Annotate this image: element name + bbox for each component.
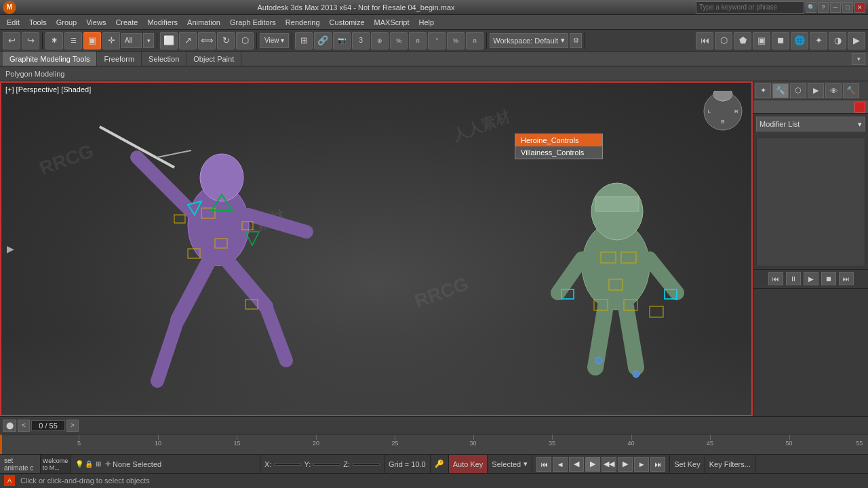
display-icon[interactable]: 👁 xyxy=(825,83,842,98)
pb-go-end[interactable]: ⏭ xyxy=(650,457,665,472)
activeshade-button[interactable]: ◑ xyxy=(829,32,846,49)
undo-button[interactable]: ↩ xyxy=(3,32,20,49)
mirror-button[interactable]: ⟺ xyxy=(198,32,216,49)
menu-create[interactable]: Create xyxy=(111,17,142,28)
menu-graph-editors[interactable]: Graph Editors xyxy=(226,17,280,28)
redo-button[interactable]: ↪ xyxy=(22,32,39,49)
rp-play-button[interactable]: ▶ xyxy=(804,272,818,285)
ribbon-minimize[interactable]: ▾ xyxy=(852,52,868,66)
tab-selection[interactable]: Selection xyxy=(142,52,186,66)
schematic-view-button[interactable]: ⬡ xyxy=(715,32,732,49)
y-coord-input[interactable] xyxy=(313,463,340,466)
menu-customize[interactable]: Customize xyxy=(326,17,369,28)
pb-play-backward[interactable]: ◀◀ xyxy=(601,457,616,472)
environment-button[interactable]: 🌐 xyxy=(791,32,808,49)
select-region-button[interactable]: ▣ xyxy=(83,32,101,49)
rotate-button[interactable]: ↻ xyxy=(217,32,235,49)
material-editor-button[interactable]: ⬟ xyxy=(734,32,751,49)
tl-next-frame-button[interactable]: > xyxy=(66,420,79,432)
workspace-dropdown[interactable]: Workspace: Default ▾ xyxy=(490,33,568,48)
close-button[interactable]: ✕ xyxy=(854,2,865,13)
pb-play-forward[interactable]: ▶ xyxy=(585,457,600,472)
spinner-button[interactable]: n xyxy=(466,32,484,49)
playhead[interactable] xyxy=(0,434,2,454)
transform-center-button[interactable]: ⊕ xyxy=(371,32,389,49)
modifier-list-dropdown[interactable]: Modifier List ▾ xyxy=(756,117,865,131)
menu-rendering[interactable]: Rendering xyxy=(281,17,324,28)
link-button[interactable]: 🔗 xyxy=(314,32,332,49)
menu-tools[interactable]: Tools xyxy=(25,17,51,28)
pb-prev-frame[interactable]: ◀ xyxy=(569,457,584,472)
render-setup-button[interactable]: ▣ xyxy=(753,32,770,49)
rp-pause-button[interactable]: ⏸ xyxy=(786,272,801,285)
tl-frame-display[interactable]: 0 / 55 xyxy=(31,420,65,431)
dropdown-item-villainess[interactable]: Villainess_Controls xyxy=(515,146,602,159)
tab-freeform[interactable]: Freeform xyxy=(97,52,142,66)
maximize-button[interactable]: □ xyxy=(842,2,853,13)
pb-prev-key[interactable]: ◄ xyxy=(553,457,568,472)
menu-animation[interactable]: Animation xyxy=(183,17,224,28)
ref-coord-button[interactable]: 3 xyxy=(352,32,370,49)
menu-edit[interactable]: Edit xyxy=(3,17,24,28)
select-object-button[interactable]: ✱ xyxy=(45,32,63,49)
help-button[interactable]: ? xyxy=(818,2,829,13)
modify-icon[interactable]: 🔧 xyxy=(772,83,789,98)
key-filters-section[interactable]: Key Filters... xyxy=(705,455,755,473)
ribbon-collapse-button[interactable]: ▾ xyxy=(852,53,865,65)
x-coord-input[interactable] xyxy=(274,463,301,466)
select-window-button[interactable]: ⬜ xyxy=(160,32,178,49)
camera-button[interactable]: 📷 xyxy=(333,32,351,49)
viewport-scroll-left[interactable]: ▶ xyxy=(7,243,14,254)
track-view-button[interactable]: ⏮ xyxy=(696,32,713,49)
main-toolbar: ↩ ↪ ✱ ☰ ▣ ✛ All ▾ ⬜ ↗ ⟺ ↻ ⬡ View ▾ ⊞ 🔗 📷… xyxy=(0,30,868,52)
tl-prev-frame-button[interactable]: < xyxy=(18,420,30,432)
titlebar-right-icons[interactable]: 🔍 ? ─ □ ✕ xyxy=(696,1,865,14)
filter-dropdown-arrow[interactable]: ▾ xyxy=(143,33,154,48)
render-button[interactable]: ⏹ xyxy=(772,32,789,49)
workspace-settings[interactable]: ⚙ xyxy=(570,33,582,48)
minimize-button[interactable]: ─ xyxy=(830,2,841,13)
menu-help[interactable]: Help xyxy=(415,17,439,28)
search-button[interactable]: 🔍 xyxy=(806,2,816,13)
snap-toggle-button[interactable]: % xyxy=(390,32,408,49)
dropdown-item-heroine[interactable]: Heroine_Controls xyxy=(515,134,602,146)
menu-modifiers[interactable]: Modifiers xyxy=(143,17,182,28)
rp-prev-button[interactable]: ⏮ xyxy=(768,272,783,285)
tab-object-paint[interactable]: Object Paint xyxy=(186,52,241,66)
create-icon[interactable]: ✦ xyxy=(755,83,771,98)
select-move-button[interactable]: ✛ xyxy=(102,32,120,49)
menu-group[interactable]: Group xyxy=(52,17,81,28)
toolbar-separator-3 xyxy=(256,33,257,49)
navigation-compass[interactable]: T B L R xyxy=(703,91,743,131)
rendering-button[interactable]: ▶ xyxy=(848,32,865,49)
menu-views[interactable]: Views xyxy=(82,17,110,28)
selected-section[interactable]: Selected ▾ xyxy=(488,455,532,473)
set-key-section[interactable]: Set Key xyxy=(670,455,705,473)
auto-key-section[interactable]: Auto Key xyxy=(449,455,488,473)
tl-key-mode-button[interactable]: ⬤ xyxy=(3,420,16,432)
view-dropdown[interactable]: View ▾ xyxy=(260,33,289,48)
angle-snap-button[interactable]: ° xyxy=(428,32,446,49)
menu-maxscript[interactable]: MAXScript xyxy=(370,17,414,28)
color-swatch[interactable] xyxy=(854,102,865,113)
timeline-track[interactable]: 0 5 10 15 20 25 30 35 40 45 50 xyxy=(0,434,868,454)
viewport[interactable]: [+] [Perspective] [Shaded] RRCG 人人素材 RRC… xyxy=(0,81,753,416)
select-by-name-button[interactable]: ☰ xyxy=(64,32,82,49)
select-crossing-button[interactable]: ↗ xyxy=(179,32,197,49)
hierarchy-icon[interactable]: ⬡ xyxy=(790,83,806,98)
snap3d-button[interactable]: n xyxy=(409,32,427,49)
effects-button[interactable]: ✦ xyxy=(810,32,827,49)
utility-icon[interactable]: 🔨 xyxy=(843,83,859,98)
percent-snap-button[interactable]: % xyxy=(447,32,465,49)
search-input[interactable] xyxy=(696,1,804,14)
tab-graphite-modeling[interactable]: Graphite Modeling Tools xyxy=(3,52,97,66)
rp-next-button[interactable]: ⏭ xyxy=(839,272,854,285)
pb-go-start[interactable]: ⏮ xyxy=(536,457,551,472)
scale-button[interactable]: ⬡ xyxy=(236,32,254,49)
pb-next-key[interactable]: ► xyxy=(634,457,649,472)
z-coord-input[interactable] xyxy=(353,463,380,466)
motion-icon[interactable]: ▶ xyxy=(808,83,824,98)
use-axis-button[interactable]: ⊞ xyxy=(295,32,313,49)
pb-next-frame[interactable]: ▶ xyxy=(618,457,633,472)
rp-stop-button[interactable]: ⏹ xyxy=(821,272,836,285)
